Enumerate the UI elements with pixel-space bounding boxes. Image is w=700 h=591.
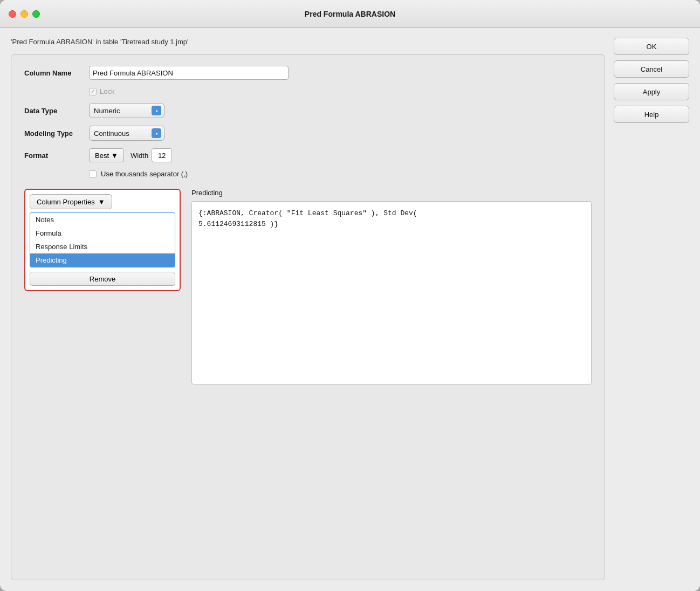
modeling-type-label: Modeling Type xyxy=(24,129,89,138)
data-type-select-wrapper: Numeric ⬧ xyxy=(89,103,164,118)
right-panel: OK Cancel Apply Help xyxy=(614,38,689,580)
window-controls xyxy=(9,10,40,18)
form-panel: Column Name ✓ Lock Data Type Numeric ⬧ xyxy=(11,54,605,580)
separator-row: Use thousands separator (,) xyxy=(89,170,592,178)
column-properties-dropdown-icon: ▼ xyxy=(98,198,105,206)
subtitle: 'Pred Formula ABRASION' in table 'Tiretr… xyxy=(11,38,605,46)
lock-row: ✓ Lock xyxy=(89,87,592,95)
list-item-notes[interactable]: Notes xyxy=(30,213,175,226)
format-value: Best xyxy=(95,152,109,160)
predicting-label: Predicting xyxy=(191,189,592,197)
list-item-predicting[interactable]: Predicting xyxy=(30,253,175,267)
lock-checkbox[interactable]: ✓ xyxy=(89,88,97,95)
modeling-type-select[interactable]: Continuous xyxy=(89,126,164,141)
help-button[interactable]: Help xyxy=(614,106,689,123)
list-item-formula[interactable]: Formula xyxy=(30,226,175,240)
format-dropdown-icon: ▼ xyxy=(111,152,118,160)
predicting-container: Predicting {:ABRASION, Creator( "Fit Lea… xyxy=(191,189,592,384)
main-window: Pred Formula ABRASION 'Pred Formula ABRA… xyxy=(0,0,700,591)
form-area: 'Pred Formula ABRASION' in table 'Tiretr… xyxy=(11,38,605,580)
modeling-type-row: Modeling Type Continuous ⬧ xyxy=(24,126,592,141)
main-content: 'Pred Formula ABRASION' in table 'Tiretr… xyxy=(0,28,700,591)
maximize-button[interactable] xyxy=(32,10,40,18)
modeling-type-select-wrapper: Continuous ⬧ xyxy=(89,126,164,141)
width-section: Width xyxy=(131,148,172,162)
separator-checkbox[interactable] xyxy=(89,170,97,178)
column-name-row: Column Name xyxy=(24,66,592,80)
column-name-label: Column Name xyxy=(24,69,89,77)
format-button[interactable]: Best ▼ xyxy=(89,148,124,162)
column-properties-button[interactable]: Column Properties ▼ xyxy=(30,194,112,209)
cancel-button[interactable]: Cancel xyxy=(614,60,689,78)
ok-button[interactable]: OK xyxy=(614,38,689,55)
format-row: Format Best ▼ Width xyxy=(24,148,592,162)
separator-label: Use thousands separator (,) xyxy=(101,170,188,178)
lock-label: Lock xyxy=(100,87,114,95)
window-title: Pred Formula ABRASION xyxy=(305,10,395,18)
list-item-response-limits[interactable]: Response Limits xyxy=(30,240,175,253)
data-type-select[interactable]: Numeric xyxy=(89,103,164,118)
predicting-box: {:ABRASION, Creator( "Fit Least Squares"… xyxy=(191,201,592,384)
props-and-predicting: Column Properties ▼ Notes Formula Respon… xyxy=(24,189,592,384)
column-properties-section: Column Properties ▼ Notes Formula Respon… xyxy=(24,189,181,291)
format-label: Format xyxy=(24,152,89,160)
column-properties-label: Column Properties xyxy=(37,198,95,206)
column-properties-list: Notes Formula Response Limits Predicting xyxy=(30,212,175,267)
width-input[interactable] xyxy=(152,148,172,162)
title-bar: Pred Formula ABRASION xyxy=(0,0,700,28)
col-props-header: Column Properties ▼ xyxy=(30,194,175,209)
close-button[interactable] xyxy=(9,10,16,18)
minimize-button[interactable] xyxy=(20,10,28,18)
column-name-input[interactable] xyxy=(89,66,289,80)
data-type-label: Data Type xyxy=(24,107,89,115)
apply-button[interactable]: Apply xyxy=(614,83,689,100)
width-label: Width xyxy=(131,152,148,160)
data-type-row: Data Type Numeric ⬧ xyxy=(24,103,592,118)
remove-button[interactable]: Remove xyxy=(30,272,175,286)
